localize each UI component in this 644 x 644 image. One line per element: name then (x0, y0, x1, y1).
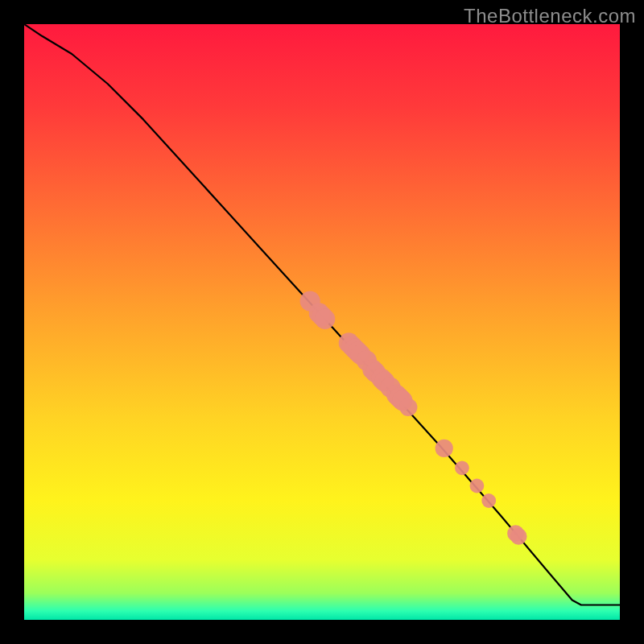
data-marker (470, 479, 485, 493)
chart-stage: TheBottleneck.com (0, 0, 644, 644)
data-marker (510, 528, 527, 545)
data-marker (315, 309, 335, 329)
data-marker (436, 440, 453, 457)
chart-plot-area (24, 24, 620, 620)
data-marker (455, 460, 469, 475)
chart-svg (24, 24, 620, 620)
data-marker (399, 398, 417, 416)
data-marker (481, 493, 496, 508)
